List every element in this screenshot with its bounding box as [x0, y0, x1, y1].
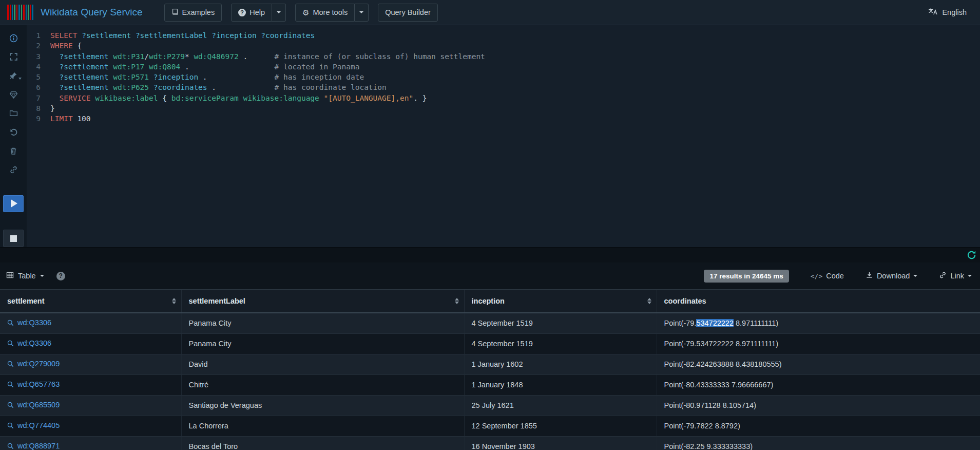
undo-icon[interactable]: [8, 127, 19, 137]
sort-icon[interactable]: [455, 298, 459, 304]
inception-cell: 25 July 1621: [464, 396, 657, 416]
play-icon: [11, 199, 17, 208]
help-label: Help: [249, 8, 265, 16]
code-line: ?settlement wdt:P31/wdt:P279* wd:Q486972…: [50, 51, 980, 62]
table-grid-icon: [6, 271, 14, 280]
trash-icon[interactable]: [8, 146, 19, 156]
logo-bar: [32, 5, 33, 20]
search-icon: [7, 422, 14, 429]
settlement-label-cell: Santiago de Veraguas: [181, 396, 464, 416]
download-label: Download: [877, 272, 910, 280]
query-builder-label: Query Builder: [385, 8, 431, 16]
code-line: ?settlement wdt:P17 wd:Q804 . # located …: [50, 62, 980, 72]
logo-bar: [18, 5, 20, 20]
line-number: 3: [27, 51, 45, 62]
code-button[interactable]: </> Code: [811, 272, 844, 280]
code-line: LIMIT 100: [50, 114, 980, 124]
sort-icon[interactable]: [172, 298, 176, 304]
logo-bar: [7, 5, 9, 20]
editor-gutter: 123456789: [27, 30, 45, 247]
coordinates-cell: Point(-79.7822 8.8792): [657, 416, 980, 437]
more-tools-dropdown-button[interactable]: [355, 4, 369, 22]
language-selector[interactable]: English: [928, 8, 975, 17]
view-selector-dropdown[interactable]: Table: [6, 271, 44, 280]
inception-cell: 4 September 1519: [464, 334, 657, 354]
column-header-coordinates[interactable]: coordinates: [657, 290, 980, 313]
query-workspace: 123456789 SELECT ?settlement ?settlement…: [0, 25, 980, 247]
navbar: Wikidata Query Service Examples ? Help ⚙…: [0, 0, 980, 25]
line-number: 2: [27, 41, 45, 51]
column-header-settlement[interactable]: settlement: [0, 290, 181, 313]
results-toolbar: Table ? 17 results in 24645 ms </> Code …: [0, 262, 980, 289]
table-row: wd:Q774405La Chorrera12 September 1855Po…: [0, 416, 980, 437]
code-icon: </>: [811, 272, 822, 280]
code-label: Code: [826, 272, 844, 280]
more-tools-button[interactable]: ⚙ More tools: [295, 4, 355, 22]
settlement-link[interactable]: wd:Q888971: [7, 441, 60, 450]
logo-bar: [28, 5, 29, 20]
help-dropdown-button[interactable]: [272, 4, 286, 22]
navbar-buttons: Examples ? Help ⚙ More tools Query Build…: [164, 4, 438, 22]
logo-bar: [26, 5, 27, 20]
table-row: wd:Q888971Bocas del Toro16 November 1903…: [0, 437, 980, 450]
code-line: WHERE {: [50, 41, 980, 51]
help-split-button: ? Help: [231, 4, 286, 22]
settlement-link[interactable]: wd:Q3306: [7, 318, 51, 328]
settlement-link[interactable]: wd:Q774405: [7, 421, 60, 430]
language-label: English: [942, 8, 967, 16]
settlement-link[interactable]: wd:Q3306: [7, 339, 51, 348]
link-button[interactable]: Link: [939, 271, 972, 280]
line-number: 1: [27, 30, 45, 41]
query-builder-button[interactable]: Query Builder: [378, 4, 438, 22]
results-help-icon[interactable]: ?: [56, 272, 65, 280]
settlement-label-cell: Panama City: [181, 313, 464, 334]
download-button[interactable]: Download: [866, 271, 918, 280]
inception-cell: 1 January 1848: [464, 375, 657, 396]
settlement-label-cell: David: [181, 354, 464, 375]
short-url-icon[interactable]: [8, 165, 19, 175]
editor-side-toolbar: [0, 25, 27, 247]
info-icon[interactable]: [8, 33, 19, 43]
inception-cell: 16 November 1903: [464, 437, 657, 450]
code-line: SERVICE wikibase:label { bd:serviceParam…: [50, 93, 980, 103]
settlement-link[interactable]: wd:Q657763: [7, 380, 60, 389]
search-icon: [7, 340, 14, 347]
inception-cell: 4 September 1519: [464, 313, 657, 334]
gem-icon[interactable]: [8, 90, 19, 100]
column-label: settlement: [7, 297, 45, 305]
table-row: wd:Q3306Panama City4 September 1519Point…: [0, 313, 980, 334]
sort-icon[interactable]: [647, 298, 651, 304]
query-editor[interactable]: 123456789 SELECT ?settlement ?settlement…: [27, 25, 980, 247]
settlement-label-cell: Bocas del Toro: [181, 437, 464, 450]
page-title[interactable]: Wikidata Query Service: [41, 7, 143, 18]
editor-code[interactable]: SELECT ?settlement ?settlementLabel ?inc…: [45, 30, 980, 247]
column-header-inception[interactable]: inception: [464, 290, 657, 313]
open-folder-icon[interactable]: [8, 108, 19, 118]
help-button[interactable]: ? Help: [231, 4, 272, 22]
search-icon: [7, 361, 14, 367]
settlement-link[interactable]: wd:Q279009: [7, 359, 60, 369]
coordinates-cell: Point(-80.971128 8.105714): [657, 396, 980, 416]
search-icon: [7, 381, 14, 388]
run-query-button[interactable]: [3, 195, 24, 213]
line-number: 6: [27, 82, 45, 92]
wikidata-logo[interactable]: [7, 5, 33, 20]
column-header-settlementLabel[interactable]: settlementLabel: [181, 290, 464, 313]
format-icon[interactable]: [8, 71, 19, 81]
column-label: settlementLabel: [189, 297, 245, 305]
logo-bar: [12, 5, 13, 20]
table-row: wd:Q685509Santiago de Veraguas25 July 16…: [0, 396, 980, 416]
settlement-cell: wd:Q279009: [0, 354, 181, 375]
settlement-cell: wd:Q3306: [0, 313, 181, 334]
search-icon: [7, 402, 14, 408]
stop-icon: [10, 235, 17, 242]
inception-cell: 1 January 1602: [464, 354, 657, 375]
coordinates-cell: Point(-79.534722222 8.971111111): [657, 313, 980, 334]
refresh-icon[interactable]: [965, 249, 977, 261]
line-number: 8: [27, 103, 45, 114]
settlement-label-cell: Chitré: [181, 375, 464, 396]
fullscreen-icon[interactable]: [8, 52, 19, 62]
examples-button[interactable]: Examples: [164, 4, 222, 22]
stop-query-button[interactable]: [3, 230, 24, 247]
settlement-link[interactable]: wd:Q685509: [7, 400, 60, 410]
